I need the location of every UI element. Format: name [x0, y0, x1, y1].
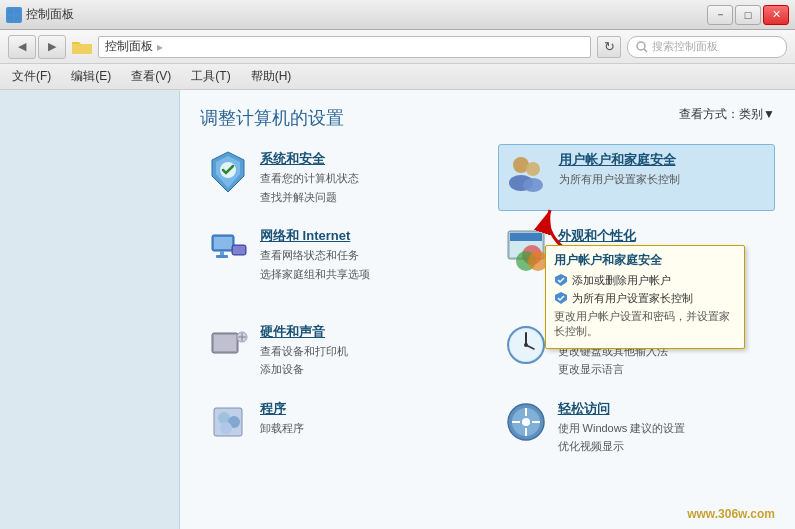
system-name[interactable]: 系统和安全 [260, 150, 472, 168]
hardware-icon [206, 323, 250, 367]
menu-edit[interactable]: 编辑(E) [67, 66, 115, 87]
maximize-button[interactable]: □ [735, 5, 761, 25]
svg-point-12 [523, 178, 543, 192]
menu-help[interactable]: 帮助(H) [247, 66, 296, 87]
nav-buttons: ◀ ▶ [8, 35, 66, 59]
programs-name[interactable]: 程序 [260, 400, 472, 418]
clock-icon [504, 323, 548, 367]
ease-icon [504, 400, 548, 444]
appearance-icon [504, 227, 548, 271]
control-item-system[interactable]: 系统和安全 查看您的计算机状态 查找并解决问题 [200, 144, 478, 211]
network-desc2: 选择家庭组和共享选项 [260, 266, 472, 283]
main-content: 调整计算机的设置 查看方式：类别▼ 系统和安全 查看您的计算机状态 查找并解决问… [180, 90, 795, 529]
search-icon [636, 41, 648, 53]
control-item-network[interactable]: 网络和 Internet 查看网络状态和任务 选择家庭组和共享选项 [200, 221, 478, 307]
forward-button[interactable]: ▶ [38, 35, 66, 59]
svg-rect-2 [8, 16, 13, 21]
search-field[interactable]: 搜索控制面板 [627, 36, 787, 58]
svg-rect-26 [214, 335, 236, 351]
tooltip: 用户帐户和家庭安全 添加或删除用户帐户 为所有用户设置家长控制 更改用户帐户设置… [545, 245, 745, 349]
appearance-name[interactable]: 外观和个性化 [558, 227, 770, 245]
title-bar: 控制面板 － □ ✕ [0, 0, 795, 30]
hardware-text: 硬件和声音 查看设备和打印机 添加设备 [260, 323, 472, 378]
menu-view[interactable]: 查看(V) [127, 66, 175, 87]
back-button[interactable]: ◀ [8, 35, 36, 59]
ease-name[interactable]: 轻松访问 [558, 400, 770, 418]
ease-text: 轻松访问 使用 Windows 建议的设置 优化视频显示 [558, 400, 770, 455]
svg-rect-21 [510, 233, 542, 241]
tooltip-row1: 添加或删除用户帐户 [554, 273, 736, 288]
menu-bar: 文件(F) 编辑(E) 查看(V) 工具(T) 帮助(H) [0, 64, 795, 90]
svg-rect-1 [15, 9, 20, 14]
user-text: 用户帐户和家庭安全 为所有用户设置家长控制 [559, 151, 769, 188]
svg-rect-15 [220, 251, 224, 255]
control-item-programs[interactable]: 程序 卸载程序 [200, 394, 478, 461]
programs-desc1: 卸载程序 [260, 420, 472, 437]
window-controls: － □ ✕ [707, 5, 789, 25]
hardware-desc1: 查看设备和打印机 [260, 343, 472, 360]
sidebar [0, 90, 180, 529]
svg-point-4 [637, 42, 645, 50]
svg-point-11 [526, 162, 540, 176]
folder-icon [72, 37, 92, 57]
clock-desc2: 更改显示语言 [558, 361, 770, 378]
tooltip-row3: 更改用户帐户设置和密码，并设置家长控制。 [554, 309, 736, 339]
tooltip-title: 用户帐户和家庭安全 [554, 252, 736, 269]
hardware-desc2: 添加设备 [260, 361, 472, 378]
tooltip-line1: 添加或删除用户帐户 [572, 273, 671, 288]
user-desc1: 为所有用户设置家长控制 [559, 171, 769, 188]
network-name[interactable]: 网络和 Internet [260, 227, 472, 245]
window-icon [6, 7, 22, 23]
svg-rect-16 [216, 255, 228, 258]
control-item-user[interactable]: 用户帐户和家庭安全 为所有用户设置家长控制 [498, 144, 776, 211]
programs-icon [206, 400, 250, 444]
user-name[interactable]: 用户帐户和家庭安全 [559, 151, 769, 169]
tooltip-line3: 更改用户帐户设置和密码，并设置家长控制。 [554, 309, 736, 339]
address-bar: ◀ ▶ 控制面板 ▸ ↻ 搜索控制面板 [0, 30, 795, 64]
tooltip-line2: 为所有用户设置家长控制 [572, 291, 693, 306]
system-desc1: 查看您的计算机状态 [260, 170, 472, 187]
user-icon [505, 151, 549, 195]
minimize-button[interactable]: － [707, 5, 733, 25]
network-text: 网络和 Internet 查看网络状态和任务 选择家庭组和共享选项 [260, 227, 472, 282]
ease-desc1: 使用 Windows 建议的设置 [558, 420, 770, 437]
svg-line-5 [644, 49, 647, 52]
content-area: 调整计算机的设置 查看方式：类别▼ 系统和安全 查看您的计算机状态 查找并解决问… [0, 90, 795, 529]
view-mode[interactable]: 查看方式：类别▼ [679, 106, 775, 123]
svg-rect-18 [233, 246, 245, 254]
control-item-ease[interactable]: 轻松访问 使用 Windows 建议的设置 优化视频显示 [498, 394, 776, 461]
svg-rect-14 [214, 237, 232, 249]
system-text: 系统和安全 查看您的计算机状态 查找并解决问题 [260, 150, 472, 205]
system-desc2: 查找并解决问题 [260, 189, 472, 206]
title-bar-left: 控制面板 [6, 6, 74, 23]
svg-point-41 [522, 418, 530, 426]
refresh-button[interactable]: ↻ [597, 36, 621, 58]
ease-desc2: 优化视频显示 [558, 438, 770, 455]
tooltip-row2: 为所有用户设置家长控制 [554, 291, 736, 306]
svg-rect-3 [15, 16, 20, 21]
address-field[interactable]: 控制面板 ▸ [98, 36, 591, 58]
window-title: 控制面板 [26, 6, 74, 23]
network-icon [206, 227, 250, 271]
system-icon [206, 150, 250, 194]
hardware-name[interactable]: 硬件和声音 [260, 323, 472, 341]
control-item-hardware[interactable]: 硬件和声音 查看设备和打印机 添加设备 [200, 317, 478, 384]
watermark: www.306w.com [687, 507, 775, 521]
tooltip-shield-icon [554, 273, 568, 287]
network-desc1: 查看网络状态和任务 [260, 247, 472, 264]
menu-tools[interactable]: 工具(T) [187, 66, 234, 87]
svg-point-38 [220, 422, 232, 434]
close-button[interactable]: ✕ [763, 5, 789, 25]
tooltip-shield2-icon [554, 291, 568, 305]
svg-rect-0 [8, 9, 13, 14]
menu-file[interactable]: 文件(F) [8, 66, 55, 87]
svg-point-34 [524, 343, 528, 347]
programs-text: 程序 卸载程序 [260, 400, 472, 437]
